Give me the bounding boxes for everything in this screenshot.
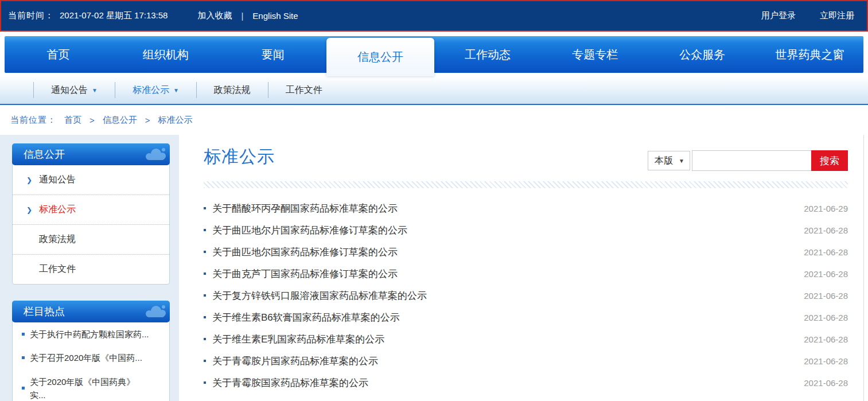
bullet-square-icon [204,360,206,362]
bullet-square-icon [204,316,206,318]
info-disclosure-box-header: 信息公开 [12,143,170,165]
nav-work-updates[interactable]: 工作动态 [434,36,542,73]
subnav-policies[interactable]: 政策法规 [196,82,268,98]
announcement-title: 关于维生素B6软膏国家药品标准草案的公示 [212,311,400,324]
announcement-date: 2021-06-28 [804,291,848,301]
user-login-link[interactable]: 用户登录 [761,10,796,21]
main-nav: 首页组织机构要闻信息公开工作动态专题专栏公众服务世界药典之窗 [5,36,863,73]
bullet-square-icon [204,338,206,340]
nav-work-updates-label: 工作动态 [465,47,511,63]
subnav-notices[interactable]: 通知公告▼ [33,82,115,98]
caret-down-icon: ▼ [92,87,98,94]
side-standard-publicity-label: 标准公示 [39,204,76,214]
cloud-icon [137,304,166,319]
side-policies-label: 政策法规 [39,234,76,244]
subnav-notices-label: 通知公告 [51,84,88,96]
bullet-square-icon [204,294,206,297]
cloud-icon [137,147,166,162]
hot-topics-items: 关于执行中药配方颗粒国家药...关于召开2020年版《中国药...关于2020年… [13,322,169,401]
search-scope-value: 本版 [655,155,673,167]
announcement-date: 2021-06-28 [804,334,848,344]
announcement-row-1[interactable]: 关于曲匹地尔片国家药品标准修订草案的公示2021-06-28 [204,219,848,241]
main-content: 标准公示 本版 ▼ 搜索 关于醋酸环丙孕酮国家药品标准草案的公示2021-06-… [179,135,868,401]
hot-topic-title: 关于召开2020年版《中国药... [30,351,142,364]
side-work-documents[interactable]: 工作文件 [13,255,169,284]
announcement-date: 2021-06-29 [804,204,848,213]
hot-topic-item-2[interactable]: 关于2020年版《中国药典》 实... [13,370,169,401]
bullet-square-icon [204,381,206,384]
info-disclosure-items: ❯通知公告❯标准公示政策法规工作文件 [13,165,169,284]
nav-info-disclosure[interactable]: 信息公开 [326,38,434,76]
announcement-row-0[interactable]: 关于醋酸环丙孕酮国家药品标准草案的公示2021-06-29 [204,197,848,219]
side-notices[interactable]: ❯通知公告 [13,165,169,195]
breadcrumb-item-2[interactable]: 标准公示 [158,115,193,126]
current-time-value: 2021-07-02 星期五 17:13:58 [60,10,168,21]
breadcrumb: 当前位置： 首页>信息公开>标准公示 [0,105,868,135]
hot-topic-title: 关于2020年版《中国药典》 实... [30,375,135,401]
bullet-square-icon [22,356,25,359]
breadcrumb-item-0[interactable]: 首页 [64,115,81,126]
subnav-standard-publicity-label: 标准公示 [133,84,169,96]
side-work-documents-label: 工作文件 [39,264,76,274]
nav-special-topics[interactable]: 专题专栏 [542,36,649,73]
register-link[interactable]: 立即注册 [820,10,854,21]
announcement-date: 2021-06-28 [804,247,848,257]
nav-world-pharmacopoeia-label: 世界药典之窗 [775,47,844,63]
content-right-border [863,135,864,401]
chevron-right-icon: ❯ [26,176,32,184]
announcement-row-7[interactable]: 关于青霉胺片国家药品标准草案的公示2021-06-28 [204,350,848,372]
info-disclosure-box: 信息公开 ❯通知公告❯标准公示政策法规工作文件 [12,143,170,285]
announcement-title: 关于曲匹地尔国家药品标准修订草案的公示 [212,246,398,259]
nav-home-label: 首页 [47,47,70,63]
nav-news-label: 要闻 [262,47,285,63]
subnav-policies-label: 政策法规 [214,84,251,96]
hot-topic-item-0[interactable]: 关于执行中药配方颗粒国家药... [13,322,169,346]
bullet-square-icon [204,272,206,275]
announcement-date: 2021-06-28 [804,356,848,366]
subnav-work-documents-label: 工作文件 [286,84,322,96]
bullet-square-icon [22,333,25,336]
announcement-row-5[interactable]: 关于维生素B6软膏国家药品标准草案的公示2021-06-28 [204,306,848,328]
sidebar: 信息公开 ❯通知公告❯标准公示政策法规工作文件 栏目热点 [0,135,179,401]
breadcrumb-item-1[interactable]: 信息公开 [103,115,137,126]
search-button[interactable]: 搜索 [811,150,848,171]
topbar: 当前时间： 2021-07-02 星期五 17:13:58 加入收藏 | Eng… [0,0,868,32]
announcement-row-6[interactable]: 关于维生素E乳国家药品标准草案的公示2021-06-28 [204,328,848,350]
nav-organization-label: 组织机构 [143,47,189,63]
hot-topic-title: 关于执行中药配方颗粒国家药... [30,328,149,341]
nav-info-disclosure-label: 信息公开 [357,49,403,65]
announcement-row-2[interactable]: 关于曲匹地尔国家药品标准修订草案的公示2021-06-28 [204,241,848,263]
nav-public-service-label: 公众服务 [679,47,725,63]
hot-topics-box-title: 栏目热点 [24,306,65,317]
info-disclosure-box-title: 信息公开 [24,149,65,160]
page-body: 信息公开 ❯通知公告❯标准公示政策法规工作文件 栏目热点 [0,135,868,401]
subnav-standard-publicity[interactable]: 标准公示▼ [115,82,196,98]
announcement-row-4[interactable]: 关于复方锌铁钙口服溶液国家药品标准草案的公示2021-06-28 [204,285,848,306]
announcement-date: 2021-06-28 [804,225,848,235]
announcement-row-3[interactable]: 关于曲克芦丁国家药品标准修订草案的公示2021-06-28 [204,263,848,285]
caret-down-icon: ▼ [173,87,179,94]
subnav-work-documents[interactable]: 工作文件 [268,82,340,98]
bullet-square-icon [22,387,25,390]
add-favorite-link[interactable]: 加入收藏 [197,10,232,21]
bullet-square-icon [204,207,206,209]
announcement-date: 2021-06-28 [804,378,848,388]
english-site-link[interactable]: English Site [252,11,298,21]
breadcrumb-separator: > [145,115,150,125]
breadcrumb-separator: > [89,115,95,125]
nav-public-service[interactable]: 公众服务 [649,36,756,73]
topbar-divider: | [241,11,243,21]
nav-home[interactable]: 首页 [5,36,112,73]
announcement-row-8[interactable]: 关于青霉胺国家药品标准草案的公示2021-06-28 [204,372,848,394]
announcement-title: 关于曲克芦丁国家药品标准修订草案的公示 [212,267,398,281]
nav-news[interactable]: 要闻 [219,36,326,73]
search-input[interactable] [692,150,811,171]
nav-organization[interactable]: 组织机构 [112,36,219,73]
search-scope-select[interactable]: 本版 ▼ [648,151,690,170]
breadcrumb-label: 当前位置： [10,115,56,126]
bullet-square-icon [204,251,206,253]
hot-topic-item-1[interactable]: 关于召开2020年版《中国药... [13,346,169,369]
nav-world-pharmacopoeia[interactable]: 世界药典之窗 [756,36,863,73]
side-standard-publicity[interactable]: ❯标准公示 [13,195,169,225]
side-policies[interactable]: 政策法规 [13,225,169,255]
